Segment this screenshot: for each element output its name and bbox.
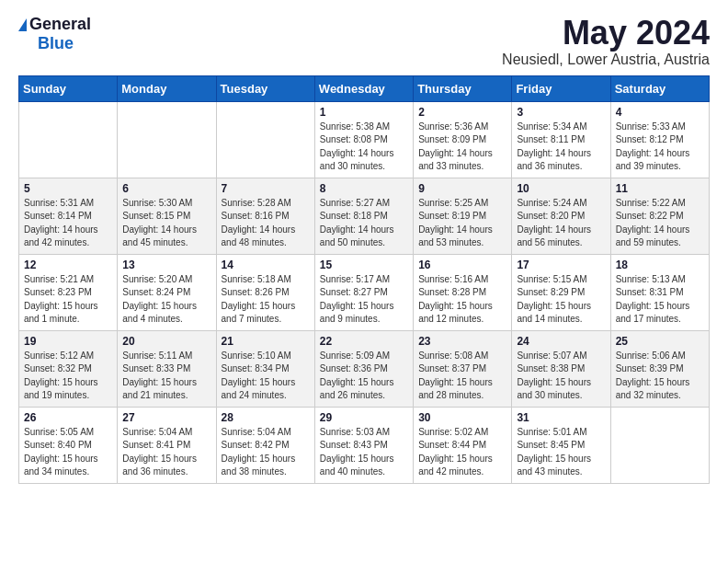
day-number: 14 — [222, 259, 310, 271]
day-info: Sunrise: 5:21 AM Sunset: 8:23 PM Dayligh… — [24, 273, 112, 327]
day-info: Sunrise: 5:13 AM Sunset: 8:31 PM Dayligh… — [616, 273, 704, 327]
day-number: 1 — [320, 106, 408, 119]
calendar-cell: 16Sunrise: 5:16 AM Sunset: 8:28 PM Dayli… — [414, 254, 512, 330]
calendar-cell: 24Sunrise: 5:07 AM Sunset: 8:38 PM Dayli… — [512, 330, 610, 407]
day-info: Sunrise: 5:27 AM Sunset: 8:18 PM Dayligh… — [320, 197, 408, 250]
day-number: 20 — [122, 335, 210, 348]
calendar-cell: 8Sunrise: 5:27 AM Sunset: 8:18 PM Daylig… — [314, 178, 413, 254]
day-info: Sunrise: 5:30 AM Sunset: 8:15 PM Dayligh… — [122, 197, 210, 250]
calendar-cell: 19Sunrise: 5:12 AM Sunset: 8:32 PM Dayli… — [19, 330, 118, 407]
day-number: 11 — [616, 182, 704, 195]
calendar-cell: 29Sunrise: 5:03 AM Sunset: 8:43 PM Dayli… — [314, 407, 413, 483]
title-section: May 2024 Neusiedl, Lower Austria, Austri… — [502, 15, 710, 68]
day-info: Sunrise: 5:09 AM Sunset: 8:36 PM Dayligh… — [320, 350, 408, 403]
day-number: 18 — [616, 259, 704, 271]
calendar-cell: 5Sunrise: 5:31 AM Sunset: 8:14 PM Daylig… — [19, 178, 118, 254]
day-info: Sunrise: 5:02 AM Sunset: 8:44 PM Dayligh… — [418, 426, 506, 479]
page-header: General Blue May 2024 Neusiedl, Lower Au… — [18, 15, 710, 68]
logo: General Blue — [18, 15, 91, 53]
day-info: Sunrise: 5:06 AM Sunset: 8:39 PM Dayligh… — [616, 350, 704, 403]
day-info: Sunrise: 5:38 AM Sunset: 8:08 PM Dayligh… — [320, 121, 408, 174]
calendar-header-wednesday: Wednesday — [314, 75, 413, 101]
day-number: 31 — [517, 411, 605, 424]
day-number: 2 — [418, 106, 506, 119]
logo-icon — [18, 18, 27, 31]
calendar-cell: 25Sunrise: 5:06 AM Sunset: 8:39 PM Dayli… — [610, 330, 709, 407]
calendar-cell — [216, 101, 314, 178]
calendar-cell — [610, 407, 709, 483]
calendar-header-row: SundayMondayTuesdayWednesdayThursdayFrid… — [19, 75, 710, 101]
calendar-header-thursday: Thursday — [414, 75, 512, 101]
day-number: 8 — [320, 182, 408, 195]
calendar-header-tuesday: Tuesday — [216, 75, 314, 101]
day-number: 19 — [24, 335, 112, 348]
calendar-cell: 27Sunrise: 5:04 AM Sunset: 8:41 PM Dayli… — [118, 407, 216, 483]
day-info: Sunrise: 5:25 AM Sunset: 8:19 PM Dayligh… — [418, 197, 506, 250]
day-number: 28 — [222, 411, 310, 424]
day-info: Sunrise: 5:10 AM Sunset: 8:34 PM Dayligh… — [222, 350, 310, 403]
day-number: 5 — [24, 182, 112, 195]
calendar-week-row: 1Sunrise: 5:38 AM Sunset: 8:08 PM Daylig… — [19, 101, 710, 178]
calendar-header-saturday: Saturday — [610, 75, 709, 101]
calendar-cell: 14Sunrise: 5:18 AM Sunset: 8:26 PM Dayli… — [216, 254, 314, 330]
calendar-week-row: 26Sunrise: 5:05 AM Sunset: 8:40 PM Dayli… — [19, 407, 710, 483]
calendar-header-monday: Monday — [118, 75, 216, 101]
day-number: 13 — [122, 259, 210, 271]
calendar-cell: 7Sunrise: 5:28 AM Sunset: 8:16 PM Daylig… — [216, 178, 314, 254]
day-number: 25 — [616, 335, 704, 348]
calendar-cell: 30Sunrise: 5:02 AM Sunset: 8:44 PM Dayli… — [414, 407, 512, 483]
day-info: Sunrise: 5:34 AM Sunset: 8:11 PM Dayligh… — [517, 121, 605, 174]
calendar-cell — [19, 101, 118, 178]
day-number: 10 — [517, 182, 605, 195]
calendar-cell: 12Sunrise: 5:21 AM Sunset: 8:23 PM Dayli… — [19, 254, 118, 330]
day-info: Sunrise: 5:08 AM Sunset: 8:37 PM Dayligh… — [418, 350, 506, 403]
calendar-cell: 22Sunrise: 5:09 AM Sunset: 8:36 PM Dayli… — [314, 330, 413, 407]
day-info: Sunrise: 5:01 AM Sunset: 8:45 PM Dayligh… — [517, 426, 605, 479]
calendar-cell: 4Sunrise: 5:33 AM Sunset: 8:12 PM Daylig… — [610, 101, 709, 178]
day-number: 24 — [517, 335, 605, 348]
day-number: 3 — [517, 106, 605, 119]
day-number: 23 — [418, 335, 506, 348]
day-info: Sunrise: 5:24 AM Sunset: 8:20 PM Dayligh… — [517, 197, 605, 250]
day-number: 15 — [320, 259, 408, 271]
calendar-header-friday: Friday — [512, 75, 610, 101]
day-info: Sunrise: 5:15 AM Sunset: 8:29 PM Dayligh… — [517, 273, 605, 327]
calendar-cell: 9Sunrise: 5:25 AM Sunset: 8:19 PM Daylig… — [414, 178, 512, 254]
day-number: 4 — [616, 106, 704, 119]
calendar-cell: 17Sunrise: 5:15 AM Sunset: 8:29 PM Dayli… — [512, 254, 610, 330]
day-info: Sunrise: 5:03 AM Sunset: 8:43 PM Dayligh… — [320, 426, 408, 479]
calendar-cell: 15Sunrise: 5:17 AM Sunset: 8:27 PM Dayli… — [314, 254, 413, 330]
day-info: Sunrise: 5:11 AM Sunset: 8:33 PM Dayligh… — [122, 350, 210, 403]
day-number: 29 — [320, 411, 408, 424]
day-info: Sunrise: 5:28 AM Sunset: 8:16 PM Dayligh… — [222, 197, 310, 250]
calendar-cell — [118, 101, 216, 178]
day-info: Sunrise: 5:33 AM Sunset: 8:12 PM Dayligh… — [616, 121, 704, 174]
day-number: 17 — [517, 259, 605, 271]
day-number: 16 — [418, 259, 506, 271]
calendar-cell: 28Sunrise: 5:04 AM Sunset: 8:42 PM Dayli… — [216, 407, 314, 483]
day-number: 6 — [122, 182, 210, 195]
day-number: 26 — [24, 411, 112, 424]
day-info: Sunrise: 5:16 AM Sunset: 8:28 PM Dayligh… — [418, 273, 506, 327]
calendar-cell: 2Sunrise: 5:36 AM Sunset: 8:09 PM Daylig… — [414, 101, 512, 178]
day-info: Sunrise: 5:18 AM Sunset: 8:26 PM Dayligh… — [222, 273, 310, 327]
calendar-cell: 31Sunrise: 5:01 AM Sunset: 8:45 PM Dayli… — [512, 407, 610, 483]
calendar-cell: 11Sunrise: 5:22 AM Sunset: 8:22 PM Dayli… — [610, 178, 709, 254]
day-info: Sunrise: 5:04 AM Sunset: 8:42 PM Dayligh… — [222, 426, 310, 479]
day-info: Sunrise: 5:22 AM Sunset: 8:22 PM Dayligh… — [616, 197, 704, 250]
calendar-cell: 3Sunrise: 5:34 AM Sunset: 8:11 PM Daylig… — [512, 101, 610, 178]
day-number: 21 — [222, 335, 310, 348]
day-info: Sunrise: 5:20 AM Sunset: 8:24 PM Dayligh… — [122, 273, 210, 327]
calendar-week-row: 5Sunrise: 5:31 AM Sunset: 8:14 PM Daylig… — [19, 178, 710, 254]
day-number: 22 — [320, 335, 408, 348]
location-title: Neusiedl, Lower Austria, Austria — [502, 52, 710, 68]
day-number: 27 — [122, 411, 210, 424]
calendar-week-row: 19Sunrise: 5:12 AM Sunset: 8:32 PM Dayli… — [19, 330, 710, 407]
calendar-cell: 20Sunrise: 5:11 AM Sunset: 8:33 PM Dayli… — [118, 330, 216, 407]
day-info: Sunrise: 5:05 AM Sunset: 8:40 PM Dayligh… — [24, 426, 112, 479]
day-number: 12 — [24, 259, 112, 271]
logo-general: General — [29, 15, 91, 34]
day-info: Sunrise: 5:36 AM Sunset: 8:09 PM Dayligh… — [418, 121, 506, 174]
day-info: Sunrise: 5:12 AM Sunset: 8:32 PM Dayligh… — [24, 350, 112, 403]
calendar-cell: 26Sunrise: 5:05 AM Sunset: 8:40 PM Dayli… — [19, 407, 118, 483]
